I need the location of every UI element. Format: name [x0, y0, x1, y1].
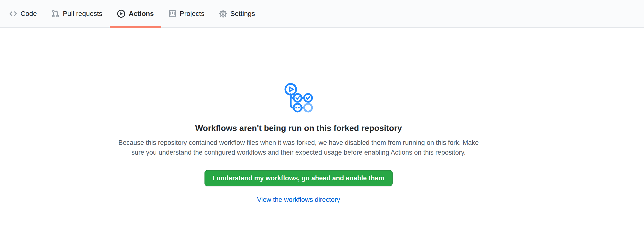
play-icon — [117, 10, 125, 18]
repo-tab-bar: Code Pull requests — [2, 0, 262, 28]
blankslate-heading: Workflows aren't being run on this forke… — [100, 123, 498, 133]
repo-nav: Code Pull requests — [0, 0, 644, 28]
blankslate-description: Because this repository contained workfl… — [100, 138, 498, 157]
tab-settings-label: Settings — [230, 10, 255, 18]
workflow-graph-icon — [100, 82, 498, 113]
link-row: View the workflows directory — [100, 196, 498, 203]
blankslate: Workflows aren't being run on this forke… — [100, 82, 498, 203]
tab-code[interactable]: Code — [2, 0, 44, 28]
tab-projects-label: Projects — [180, 10, 204, 18]
blankslate-description-line1: Because this repository contained workfl… — [100, 138, 498, 148]
tab-actions[interactable]: Actions — [110, 0, 161, 28]
tab-code-label: Code — [20, 10, 37, 18]
code-icon — [9, 10, 17, 18]
blankslate-description-line2: sure you understand the configured workf… — [100, 148, 498, 157]
gear-icon — [219, 10, 227, 18]
view-workflows-directory-link[interactable]: View the workflows directory — [257, 196, 340, 203]
project-icon — [168, 10, 176, 18]
git-pull-request-icon — [52, 10, 59, 18]
actions-disabled-page: Workflows aren't being run on this forke… — [0, 82, 644, 203]
tab-settings[interactable]: Settings — [212, 0, 262, 28]
tab-projects[interactable]: Projects — [161, 0, 212, 28]
enable-workflows-button[interactable]: I understand my workflows, go ahead and … — [204, 170, 392, 186]
tab-pull-requests[interactable]: Pull requests — [44, 0, 110, 28]
tab-actions-label: Actions — [129, 10, 154, 18]
tab-pull-requests-label: Pull requests — [63, 10, 102, 18]
